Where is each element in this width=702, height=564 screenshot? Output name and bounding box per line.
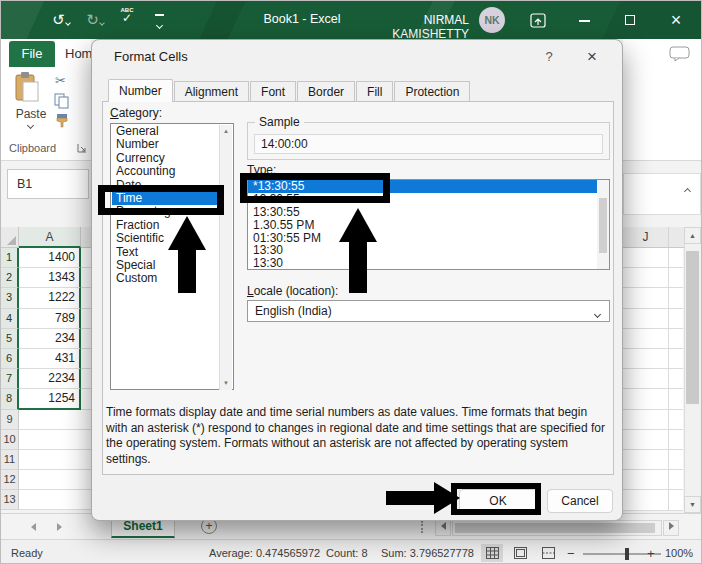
view-normal-button[interactable] [481, 544, 503, 562]
scroll-down-button[interactable]: ▼ [684, 496, 701, 513]
format-painter-button[interactable] [55, 113, 69, 128]
type-scrollbar[interactable] [597, 180, 609, 269]
type-item[interactable]: 13:30:55 [248, 206, 609, 219]
cell-a1[interactable]: 1400 [19, 248, 81, 268]
grid-row-7[interactable]: 72234 [1, 369, 91, 389]
row-header[interactable]: 8 [1, 389, 19, 409]
cut-button[interactable]: ✂ [55, 73, 66, 88]
category-scrollbar[interactable]: ▲ ▼ [219, 125, 232, 390]
cell-a8[interactable]: 1254 [19, 389, 81, 409]
grid-row-13[interactable]: 13 [1, 490, 91, 510]
row-header[interactable]: 4 [1, 309, 19, 329]
type-item[interactable]: 13:30 [248, 257, 609, 270]
cell-b4[interactable] [81, 309, 91, 329]
cell-a13[interactable] [19, 490, 81, 510]
cell-a4[interactable]: 789 [19, 309, 81, 329]
row-header[interactable]: 5 [1, 329, 19, 349]
type-item[interactable]: 01:30:55 PM [248, 232, 609, 245]
cell-a7[interactable]: 2234 [19, 369, 81, 389]
cell-a2[interactable]: 1343 [19, 268, 81, 288]
account-name[interactable]: NIRMAL KAMISHETTY [353, 13, 469, 41]
undo-button[interactable]: ↺ [49, 9, 73, 31]
sheet-nav-left-icon[interactable] [31, 523, 36, 531]
cell-b10[interactable] [81, 430, 91, 450]
grid-row-10[interactable]: 10 [1, 430, 91, 450]
type-item[interactable]: 13:30 [248, 244, 609, 257]
spelling-button[interactable]: ABC ✓ [115, 7, 139, 29]
row-header[interactable]: 10 [1, 430, 19, 450]
cell-b2[interactable] [81, 268, 91, 288]
cell-b13[interactable] [81, 490, 91, 510]
cell-a5[interactable]: 234 [19, 329, 81, 349]
zoom-in-button[interactable]: + [647, 546, 655, 561]
clipboard-dialog-launcher[interactable] [77, 143, 87, 153]
locale-dropdown-button[interactable] [587, 303, 607, 319]
view-page-break-button[interactable] [537, 544, 559, 562]
hscroll-right-button[interactable] [663, 520, 679, 536]
grid-row-6[interactable]: 6431 [1, 349, 91, 369]
column-header-j[interactable]: J [623, 227, 669, 248]
cell-a9[interactable] [19, 410, 81, 430]
cell-b9[interactable] [81, 410, 91, 430]
name-box[interactable]: B1 [7, 169, 89, 199]
grid-row-4[interactable]: 4789 [1, 309, 91, 329]
cancel-button[interactable]: Cancel [547, 489, 613, 513]
cell-b5[interactable] [81, 329, 91, 349]
row-header[interactable]: 13 [1, 490, 19, 510]
view-page-layout-button[interactable] [509, 544, 531, 562]
category-accounting[interactable]: Accounting [112, 165, 220, 178]
cell-b1[interactable] [81, 248, 91, 268]
row-header[interactable]: 11 [1, 450, 19, 470]
worksheet-grid[interactable]: 11400 21343 31222 4789 5234 6431 72234 8… [1, 248, 91, 510]
scroll-up-button[interactable]: ▲ [684, 227, 701, 244]
grid-row-11[interactable]: 11 [1, 450, 91, 470]
locale-dropdown[interactable]: English (India) [247, 300, 610, 322]
type-scrollbar-thumb[interactable] [599, 198, 607, 253]
tab-border[interactable]: Border [297, 81, 355, 101]
row-header[interactable]: 12 [1, 470, 19, 490]
grid-row-12[interactable]: 12 [1, 470, 91, 490]
row-header[interactable]: 3 [1, 288, 19, 308]
cell-b3[interactable] [81, 288, 91, 308]
cell-b8[interactable] [81, 389, 91, 409]
grid-right-area[interactable] [623, 248, 683, 511]
cell-b12[interactable] [81, 470, 91, 490]
tab-font[interactable]: Font [250, 81, 296, 101]
cell-b11[interactable] [81, 450, 91, 470]
cell-b6[interactable] [81, 349, 91, 369]
tab-file[interactable]: File [9, 41, 55, 67]
category-currency[interactable]: Currency [112, 152, 220, 165]
grid-row-5[interactable]: 5234 [1, 329, 91, 349]
type-item[interactable]: 1.30.55 PM [248, 219, 609, 232]
cell-b7[interactable] [81, 369, 91, 389]
copy-button[interactable] [54, 93, 70, 110]
tab-fill[interactable]: Fill [356, 81, 393, 101]
avatar[interactable]: NK [479, 7, 505, 33]
sheet-nav-right-icon[interactable] [57, 523, 62, 531]
dialog-help-button[interactable]: ? [540, 48, 558, 66]
column-header-a[interactable]: A [19, 227, 81, 248]
tab-protection[interactable]: Protection [394, 81, 470, 101]
cell-a11[interactable] [19, 450, 81, 470]
row-header[interactable]: 6 [1, 349, 19, 369]
cell-a12[interactable] [19, 470, 81, 490]
vertical-scrollbar-thumb[interactable] [686, 251, 699, 404]
formula-bar[interactable] [623, 173, 701, 215]
tab-scrollbar-splitter[interactable] [421, 521, 424, 533]
row-header[interactable]: 7 [1, 369, 19, 389]
zoom-level[interactable]: 100% [665, 547, 693, 559]
ribbon-display-options-button[interactable] [523, 7, 553, 33]
cell-a6[interactable]: 431 [19, 349, 81, 369]
tab-number[interactable]: Number [108, 79, 173, 102]
redo-button[interactable]: ↻ [83, 9, 107, 31]
tab-alignment[interactable]: Alignment [174, 81, 249, 101]
maximize-button[interactable] [615, 7, 645, 33]
grid-row-8[interactable]: 81254 [1, 389, 91, 409]
grid-row-2[interactable]: 21343 [1, 268, 91, 288]
row-header[interactable]: 2 [1, 268, 19, 288]
select-all-corner[interactable] [1, 227, 19, 248]
customize-quick-access-button[interactable] [147, 11, 171, 33]
grid-row-9[interactable]: 9 [1, 410, 91, 430]
comments-icon[interactable] [669, 46, 691, 62]
cell-a10[interactable] [19, 430, 81, 450]
